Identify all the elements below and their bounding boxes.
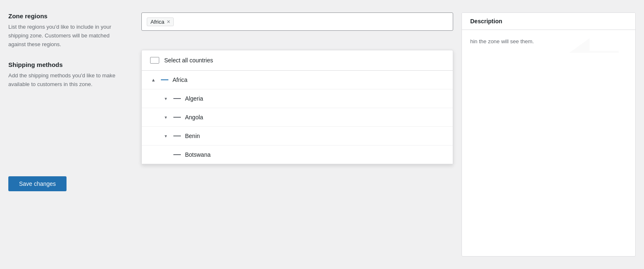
angola-chevron-icon[interactable]: ▾ [163, 114, 169, 121]
angola-checkbox[interactable] [173, 117, 181, 118]
botswana-row[interactable]: ▾ Botswana [142, 145, 453, 164]
select-all-row[interactable]: Select all countries [142, 50, 453, 71]
africa-tag-label: Africa [151, 19, 164, 25]
main-area: Africa × Select all countries ▲ [141, 12, 636, 257]
select-all-label: Select all countries [164, 57, 213, 64]
botswana-name: Botswana [185, 151, 210, 158]
dropdown-inner[interactable]: Select all countries ▲ Africa ▾ [142, 50, 453, 164]
botswana-checkbox[interactable] [173, 154, 181, 155]
zone-regions-section: Zone regions List the regions you'd like… [8, 12, 125, 49]
benin-checkbox[interactable] [173, 136, 181, 136]
angola-row[interactable]: ▾ Angola [142, 108, 453, 126]
benin-chevron-icon[interactable]: ▾ [163, 133, 169, 139]
page-layout: Zone regions List the regions you'd like… [0, 0, 644, 269]
right-panel-body: hin the zone will see them. [462, 30, 635, 53]
benin-name: Benin [185, 133, 200, 139]
africa-tag-remove[interactable]: × [167, 19, 170, 25]
select-all-checkbox[interactable] [150, 57, 159, 64]
algeria-row[interactable]: ▾ Algeria [142, 89, 453, 108]
africa-name: Africa [173, 77, 188, 83]
africa-group: ▲ Africa ▾ Algeria ▾ [142, 71, 453, 164]
right-panel-text: hin the zone will see them. [470, 38, 534, 44]
region-dropdown: Select all countries ▲ Africa ▾ [141, 50, 453, 165]
right-panel: Description hin the zone will see them. [461, 12, 636, 257]
africa-indeterminate-checkbox[interactable] [161, 79, 168, 80]
shipping-methods-desc: Add the shipping methods you'd like to m… [8, 72, 125, 89]
algeria-name: Algeria [185, 95, 203, 102]
decorative-arrow-icon [552, 34, 627, 53]
shipping-methods-title: Shipping methods [8, 61, 125, 68]
zone-regions-title: Zone regions [8, 12, 125, 20]
right-section: Description hin the zone will see them. [461, 12, 636, 257]
right-panel-header: Description [462, 13, 635, 30]
africa-parent-row[interactable]: ▲ Africa [142, 71, 453, 89]
save-changes-button[interactable]: Save changes [8, 176, 67, 191]
africa-chevron-up-icon[interactable]: ▲ [150, 77, 157, 83]
africa-tag[interactable]: Africa × [147, 17, 174, 26]
shipping-methods-section: Shipping methods Add the shipping method… [8, 61, 125, 89]
sidebar: Zone regions List the regions you'd like… [8, 12, 125, 257]
algeria-checkbox[interactable] [173, 98, 181, 99]
region-tag-input[interactable]: Africa × [141, 12, 453, 31]
benin-row[interactable]: ▾ Benin [142, 126, 453, 145]
left-zone: Africa × Select all countries ▲ [141, 12, 453, 257]
algeria-chevron-icon[interactable]: ▾ [163, 95, 169, 102]
zone-regions-desc: List the regions you'd like to include i… [8, 23, 125, 49]
angola-name: Angola [185, 114, 203, 121]
